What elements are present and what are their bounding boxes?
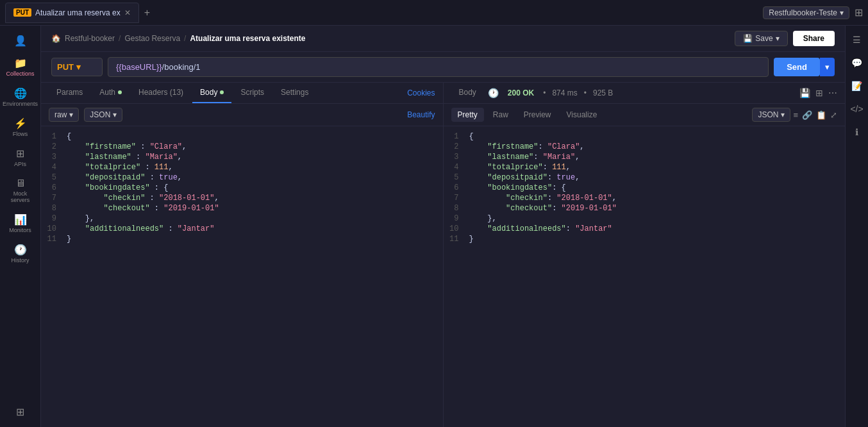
code-line: 3 "lastname" : "Maria", xyxy=(41,152,443,162)
resp-tab-preview[interactable]: Preview xyxy=(517,108,558,122)
resp-tab-pretty[interactable]: Pretty xyxy=(451,108,484,122)
sidebar-item-history[interactable]: 🕐 History xyxy=(3,240,38,267)
save-chevron: ▾ xyxy=(776,34,780,43)
resp-code-line: 11 } xyxy=(444,234,846,244)
response-format-select[interactable]: JSON ▾ xyxy=(752,108,790,122)
apis-icon: ⊞ xyxy=(16,147,24,160)
response-format-label: JSON xyxy=(758,110,778,119)
active-tab[interactable]: PUT Atualizar uma reserva ex ✕ xyxy=(5,3,139,23)
body-format-select[interactable]: raw ▾ xyxy=(49,108,79,122)
code-line: 8 "checkout" : "2019-01-01" xyxy=(41,203,443,214)
sidebar-collections-label: Collections xyxy=(6,71,34,77)
workspace-label: Restfulbooker-Teste xyxy=(769,8,837,17)
tab-params[interactable]: Params xyxy=(49,83,90,103)
breadcrumb-part2[interactable]: Gestao Reserva xyxy=(124,34,180,43)
right-sidebar-icon-list[interactable]: ☰ xyxy=(848,31,866,49)
tab-body[interactable]: Body xyxy=(192,83,231,103)
url-input-display[interactable]: {{baseURL}} /booking/1 xyxy=(108,57,769,77)
expand-response-icon[interactable]: ⊞ xyxy=(815,88,823,98)
tab-auth[interactable]: Auth xyxy=(92,83,129,103)
response-body-tab[interactable]: Body xyxy=(451,83,484,103)
response-code-editor: 1 { 2 "firstname": "Clara", 3 xyxy=(444,126,846,427)
save-response-icon[interactable]: 💾 xyxy=(799,88,810,98)
sidebar-item-add-new[interactable]: ⊞ xyxy=(3,402,38,422)
request-code-editor[interactable]: 1 { 2 "firstname" : "Clara", 3 xyxy=(41,126,443,427)
save-icon: 💾 xyxy=(743,34,753,43)
sidebar-item-environments[interactable]: 🌐 Environments xyxy=(3,83,38,111)
collections-icon: 📁 xyxy=(14,57,27,69)
sidebar-item-mock-servers[interactable]: 🖥 Mock servers xyxy=(3,174,38,207)
tab-right-area: Restfulbooker-Teste ▾ ⊞ xyxy=(763,6,863,19)
right-sidebar-icon-docs[interactable]: 📝 xyxy=(848,77,866,95)
response-format-chevron: ▾ xyxy=(781,110,785,119)
response-time: 874 ms xyxy=(549,83,580,103)
code-line: 6 "bookingdates" : { xyxy=(41,183,443,193)
sidebar-item-flows[interactable]: ⚡ Flows xyxy=(3,113,38,141)
sidebar-mock-label: Mock servers xyxy=(5,190,36,203)
response-icons: 💾 ⊞ ⋯ xyxy=(799,88,837,98)
tab-headers[interactable]: Headers (13) xyxy=(131,83,191,103)
tab-close-icon[interactable]: ✕ xyxy=(124,8,131,17)
environments-icon: 🌐 xyxy=(14,87,27,99)
copy-icon[interactable]: 📋 xyxy=(816,110,826,120)
method-badge: PUT xyxy=(13,8,31,17)
code-line: 1 { xyxy=(41,131,443,142)
filter-icon[interactable]: ≡ xyxy=(793,110,798,120)
method-label: PUT xyxy=(57,62,74,72)
right-sidebar-icon-comments[interactable]: 💬 xyxy=(848,54,866,72)
new-tab-button[interactable]: + xyxy=(139,7,155,19)
sidebar-item-apis[interactable]: ⊞ APIs xyxy=(3,144,38,171)
code-line: 7 "checkin" : "2018-01-01", xyxy=(41,193,443,203)
monitors-icon: 📊 xyxy=(14,214,27,226)
body-dot xyxy=(220,90,224,94)
right-sidebar: ☰ 💬 📝 </> ℹ xyxy=(845,26,868,427)
request-toolbar-row: raw ▾ JSON ▾ Beautify xyxy=(41,104,443,126)
resp-tab-visualize[interactable]: Visualize xyxy=(560,108,604,122)
resp-tab-raw[interactable]: Raw xyxy=(487,108,515,122)
sidebar: 👤 📁 Collections 🌐 Environments ⚡ Flows ⊞… xyxy=(0,26,41,427)
response-history-icon[interactable]: 🕐 xyxy=(485,88,501,98)
right-sidebar-icon-code[interactable]: </> xyxy=(848,100,866,118)
method-chevron: ▾ xyxy=(76,62,81,72)
send-button[interactable]: Send xyxy=(774,58,820,76)
breadcrumb: 🏠 Restful-booker / Gestao Reserva / Atua… xyxy=(41,26,845,52)
code-line: 11 } xyxy=(41,234,443,244)
cookies-link[interactable]: Cookies xyxy=(407,88,435,97)
workspace-dropdown[interactable]: Restfulbooker-Teste ▾ xyxy=(763,6,849,19)
beautify-button[interactable]: Beautify xyxy=(407,110,435,119)
share-button[interactable]: Share xyxy=(793,31,835,46)
body-type-select[interactable]: JSON ▾ xyxy=(84,108,122,122)
sidebar-bottom: ⊞ xyxy=(3,402,38,422)
resp-code-line: 5 "depositpaid": true, xyxy=(444,172,846,183)
sidebar-item-monitors[interactable]: 📊 Monitors xyxy=(3,210,38,237)
send-btn-group: Send ▾ xyxy=(774,58,835,76)
method-select[interactable]: PUT ▾ xyxy=(51,58,103,76)
resp-code-line: 3 "lastname": "Maria", xyxy=(444,152,846,162)
format-chevron: ▾ xyxy=(69,110,73,119)
tab-bar: PUT Atualizar uma reserva ex ✕ + Restful… xyxy=(0,0,868,26)
sidebar-item-collections[interactable]: 📁 Collections xyxy=(3,53,38,81)
resp-code-line: 7 "checkin": "2018-01-01", xyxy=(444,193,846,203)
layout-icon[interactable]: ⊞ xyxy=(855,6,863,19)
more-options-icon[interactable]: ⋯ xyxy=(828,88,837,98)
link-icon[interactable]: 🔗 xyxy=(802,110,812,120)
send-dropdown-button[interactable]: ▾ xyxy=(820,58,835,76)
response-size: 925 B xyxy=(590,83,615,103)
sidebar-item-user[interactable]: 👤 xyxy=(3,31,38,51)
code-line: 5 "depositpaid" : true, xyxy=(41,172,443,183)
expand-icon[interactable]: ⤢ xyxy=(830,110,837,120)
url-base: {{baseURL}} xyxy=(116,62,162,72)
user-icon: 👤 xyxy=(14,35,27,47)
tab-scripts[interactable]: Scripts xyxy=(233,83,272,103)
right-sidebar-icon-info[interactable]: ℹ xyxy=(848,123,866,141)
tab-settings[interactable]: Settings xyxy=(273,83,316,103)
breadcrumb-sep1: / xyxy=(119,34,121,43)
save-button[interactable]: 💾 Save ▾ xyxy=(735,31,787,46)
response-tabs-row: Body 🕐 200 OK • 874 ms • 925 B 💾 ⊞ ⋯ xyxy=(444,83,846,104)
resp-code-line: 10 "additionalneeds": "Jantar" xyxy=(444,224,846,234)
sidebar-environments-label: Environments xyxy=(3,101,38,107)
response-status: 200 OK xyxy=(503,83,539,103)
breadcrumb-part1[interactable]: Restful-booker xyxy=(65,34,115,43)
response-separator2: • xyxy=(581,83,589,103)
resp-code-line: 2 "firstname": "Clara", xyxy=(444,142,846,152)
